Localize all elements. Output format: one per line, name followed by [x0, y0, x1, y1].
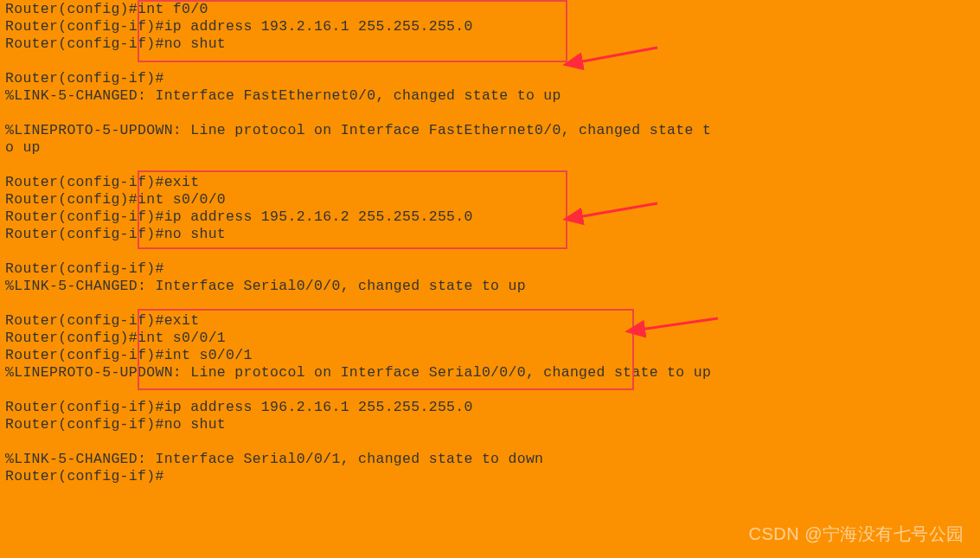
terminal-output: Router(config)#int f0/0 Router(config-if…: [5, 1, 711, 485]
watermark-text: CSDN @宁海没有七号公园: [748, 525, 964, 542]
